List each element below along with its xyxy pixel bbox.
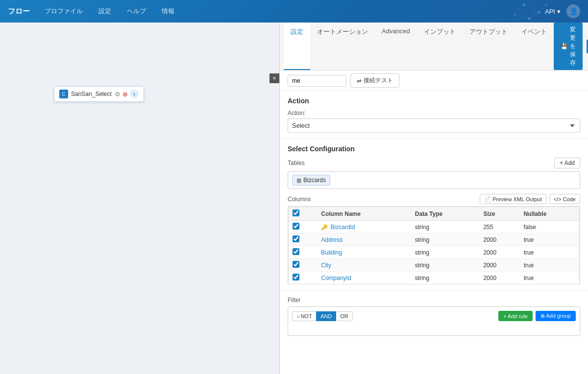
select-config-title: Select Configuration — [288, 145, 580, 153]
table-tag-icon: ▦ — [296, 177, 301, 184]
node-actions: ⚙ ⊗ › — [115, 90, 139, 98]
col-size: 2000 — [479, 234, 519, 246]
col-nullable: true — [520, 284, 580, 285]
action-select[interactable]: Select Insert Update Delete Upsert — [288, 118, 580, 133]
table-tag-name: Bizcards — [303, 177, 326, 184]
col-checkbox-2[interactable] — [293, 248, 299, 255]
filter-toolbar: ○ NOT AND OR + Add rule ⊕ Add group — [292, 311, 576, 321]
col-size: 255 — [479, 221, 519, 234]
tab-advanced[interactable]: Advanced — [375, 23, 417, 70]
panel-content: ⇌ 接続テスト Action Action: Select Insert Upd… — [280, 70, 588, 374]
table-row: CompanyName string 2000 true — [289, 284, 580, 285]
col-name-CompanyId[interactable]: CompanyId — [321, 275, 351, 281]
col-name-City[interactable]: City — [321, 262, 331, 269]
filter-not-label: NOT — [301, 313, 312, 319]
top-navigation: フロー プロファイル 設定 ヘルプ 情報 API ▾ 👤 — [0, 0, 588, 23]
add-group-button[interactable]: ⊕ Add group — [536, 311, 576, 321]
add-table-button[interactable]: + Add — [554, 158, 580, 168]
node-connector-icon: C — [59, 90, 68, 98]
table-row: CompanyId string 2000 true — [289, 272, 580, 284]
filter-section: Filter ○ NOT AND OR + Add rule — [280, 291, 588, 342]
node-gear-icon[interactable]: ⚙ — [115, 91, 121, 98]
topnav-right-actions: API ▾ 👤 — [545, 4, 580, 18]
col-header-size: Size — [479, 207, 519, 221]
node-label: SanSan_Select — [71, 91, 112, 97]
col-checkbox-4[interactable] — [293, 274, 299, 280]
connection-test-label: 接続テスト — [364, 76, 393, 85]
select-all-checkbox[interactable] — [293, 210, 299, 216]
col-type: string — [411, 284, 480, 285]
col-name-Building[interactable]: Building — [321, 249, 342, 256]
columns-header-row: Column Name Data Type Size Nullable — [289, 207, 580, 221]
save-changes-button[interactable]: 💾 変更を保存 — [554, 23, 583, 70]
add-rule-button[interactable]: + Add rule — [498, 311, 533, 321]
table-row: Address string 2000 true — [289, 234, 580, 246]
columns-table: Column Name Data Type Size Nullable 🔑 Bi… — [288, 207, 580, 284]
flow-node-sansan-select[interactable]: C SanSan_Select ⚙ ⊗ › — [54, 86, 144, 102]
columns-scroll-area: Column Name Data Type Size Nullable 🔑 Bi… — [288, 206, 580, 284]
col-nullable: true — [520, 259, 580, 272]
node-expand-icon[interactable]: › — [130, 90, 139, 98]
preview-xml-label: Preview XML Output — [492, 196, 541, 202]
col-header-type: Data Type — [411, 207, 480, 221]
col-name-BizcardId[interactable]: BizcardId — [331, 224, 355, 231]
tabs-bar: 設定 オートメーション Advanced インプット アウトプット イベント 💾… — [280, 23, 588, 70]
brand-logo[interactable]: フロー — [8, 7, 30, 16]
tab-automation[interactable]: オートメーション — [310, 23, 375, 70]
nav-info[interactable]: 情報 — [159, 5, 177, 18]
connection-test-button[interactable]: ⇌ 接続テスト — [350, 73, 399, 88]
save-label: 変更を保存 — [570, 25, 576, 67]
col-header-nullable: Nullable — [520, 207, 580, 221]
col-nullable: true — [520, 272, 580, 284]
svg-line-6 — [529, 12, 539, 19]
col-nullable: true — [520, 234, 580, 246]
code-button[interactable]: </> Code — [549, 194, 580, 204]
table-tag-bizcards[interactable]: ▦ Bizcards — [292, 175, 330, 186]
col-checkbox-3[interactable] — [293, 261, 299, 268]
node-icon-letter: C — [62, 92, 65, 97]
col-type: string — [411, 259, 480, 272]
preview-xml-button[interactable]: 📄 Preview XML Output — [480, 194, 546, 204]
filter-logic-buttons: ○ NOT AND OR — [292, 311, 353, 321]
node-delete-icon[interactable]: ⊗ — [122, 91, 128, 98]
svg-line-8 — [539, 5, 546, 12]
col-type: string — [411, 272, 480, 284]
col-header-name: Column Name — [317, 207, 411, 221]
network-decoration — [451, 0, 549, 23]
table-row: City string 2000 true — [289, 259, 580, 272]
filter-not-button[interactable]: ○ NOT — [292, 311, 316, 321]
close-panel-btn[interactable]: × — [270, 73, 279, 83]
connection-row: ⇌ 接続テスト — [280, 70, 588, 91]
filter-and-button[interactable]: AND — [316, 311, 336, 321]
col-name-Address[interactable]: Address — [321, 236, 343, 243]
connection-input[interactable] — [288, 75, 346, 87]
columns-actions: 📄 Preview XML Output </> Code — [480, 194, 580, 204]
tab-event[interactable]: イベント — [514, 23, 554, 70]
columns-header: Columns 📄 Preview XML Output </> Code — [288, 194, 580, 204]
tables-header: Tables + Add — [288, 158, 580, 168]
col-checkbox-0[interactable] — [293, 223, 299, 230]
nav-settings[interactable]: 設定 — [96, 5, 114, 18]
tab-settings[interactable]: 設定 — [284, 23, 310, 70]
tab-output[interactable]: アウトプット — [463, 23, 514, 70]
tab-input[interactable]: インプット — [417, 23, 463, 70]
table-row: Building string 2000 true — [289, 246, 580, 259]
right-panel: 設定 オートメーション Advanced インプット アウトプット イベント 💾… — [279, 23, 588, 374]
svg-line-5 — [524, 5, 539, 12]
tables-label: Tables — [288, 160, 305, 166]
filter-or-button[interactable]: OR — [336, 311, 353, 321]
svg-line-9 — [514, 15, 529, 19]
col-checkbox-1[interactable] — [293, 235, 299, 242]
save-icon: 💾 — [561, 43, 568, 50]
nav-profile[interactable]: プロファイル — [42, 5, 86, 18]
svg-line-7 — [514, 5, 524, 15]
col-size: 2000 — [479, 259, 519, 272]
user-avatar[interactable]: 👤 — [566, 4, 580, 18]
col-size: 2000 — [479, 272, 519, 284]
connection-test-icon: ⇌ — [357, 77, 362, 84]
col-size: 2000 — [479, 246, 519, 259]
col-nullable: true — [520, 246, 580, 259]
col-size: 2000 — [479, 284, 519, 285]
nav-help[interactable]: ヘルプ — [124, 5, 149, 18]
table-row: 🔑 BizcardId string 255 false — [289, 221, 580, 234]
